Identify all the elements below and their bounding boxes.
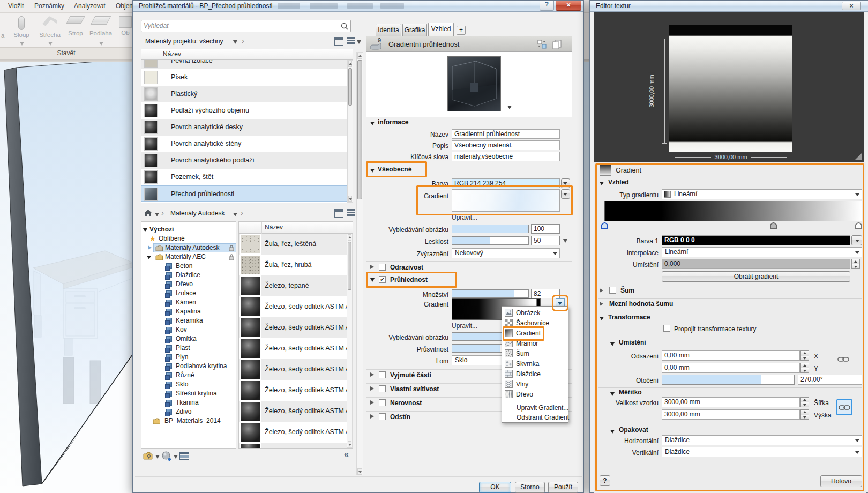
material-row-pisek[interactable]: Písek [141,69,347,86]
preview-options-caret[interactable] [507,106,512,109]
tree-item-dlazdice[interactable]: Dlaždice [141,271,236,280]
gloss-options-caret[interactable] [563,239,567,243]
section-collapse-icon[interactable] [370,122,375,125]
ribbon-button-podlaha[interactable]: Podlaha [88,14,114,46]
general-gradient-preview[interactable] [452,189,560,212]
menu-item-obrazek[interactable]: Obrázek [502,308,568,318]
menu-item-sachovnice[interactable]: Šachovnice [502,318,568,328]
panel-view-icon[interactable] [334,209,343,218]
selfillum-checkbox[interactable] [379,385,386,392]
gradient-editor-strip[interactable] [604,201,862,221]
tree-item-zdivo[interactable]: Zdivo [141,407,236,416]
replace-asset-icon[interactable] [537,40,547,49]
material-row-pozemek[interactable]: Pozemek, štět [141,169,347,185]
project-list-scrollbar[interactable] [347,60,353,203]
color1-options-button[interactable] [851,235,862,245]
section-collapse-icon[interactable] [600,317,604,320]
edit-gradient-link[interactable]: Upravit... [452,322,477,330]
properties-scrollbar[interactable] [356,52,363,475]
section-expand-icon[interactable] [370,265,374,269]
general-color-field[interactable]: RGB 214 239 254 [452,178,560,188]
material-row-povrch-steny[interactable]: Povrch analytické stěny [141,136,347,152]
section-nerovnost[interactable]: Nerovnost [390,399,422,407]
open-panel-icon[interactable] [179,452,189,460]
material-browser-titlebar[interactable]: Prohlížeč materiálů - BP_Přechod průhled… [133,1,583,12]
help-button[interactable]: ? [540,1,554,11]
asset-preview-thumbnail[interactable] [447,56,501,111]
tree-item-sklo[interactable]: Sklo [141,380,236,389]
invert-gradient-button[interactable]: Obrátit gradient [662,271,850,282]
section-mezni-hodnota[interactable]: Mezní hodnota šumu [609,300,673,308]
library-row[interactable]: Železo, šedý odlitek ASTM A48 t [239,296,347,317]
repeat-vertical-combo[interactable]: Dlaždice [662,447,862,457]
manage-library-icon[interactable] [143,452,154,460]
section-expand-icon[interactable] [370,414,374,419]
list-view-icon[interactable] [347,209,355,218]
highlight-combo[interactable]: Nekovový [452,248,560,258]
fade-value[interactable]: 100 [531,224,560,234]
list-header[interactable]: Název [239,222,353,234]
material-row-podlazi[interactable]: Podlaží výchozího objemu [141,102,347,119]
tree-item-ruzne[interactable]: Různé [141,371,236,380]
sample-width-field[interactable]: 3000,00 mm [662,397,800,407]
ribbon-tab-vlozit[interactable]: Vložit [8,2,24,10]
sample-height-field[interactable]: 3000,00 mm [662,409,800,420]
apply-button[interactable]: Použít [548,482,578,493]
list-view-icon[interactable] [347,37,355,46]
tab-add-button[interactable]: + [457,26,466,35]
menu-item-dlazdice[interactable]: Dlaždice [502,369,568,379]
tree-item-kov[interactable]: Kov [141,325,236,334]
ribbon-button-strecha[interactable]: Střecha [36,14,63,46]
library-row[interactable]: Železo, šedý odlitek ASTM A48 t [239,380,347,401]
tree-item-materialy-aec[interactable]: Materiály AEC [141,252,236,262]
section-odstin[interactable]: Odstín [390,413,410,421]
section-sum[interactable]: Šum [620,287,634,294]
noise-checkbox[interactable] [609,287,616,294]
link-scale-button[interactable] [836,399,852,415]
gradient-options-button[interactable] [561,189,570,199]
menu-item-odstranit-gradient[interactable]: Odstranit Gradient [502,413,568,422]
section-vzhled[interactable]: Vzhled [608,178,629,186]
menu-item-gradient[interactable]: Gradient [502,328,568,338]
library-breadcrumb[interactable]: › Materiály Autodesk › [141,206,353,220]
project-materials-filter[interactable]: Materiály projektu: všechny › [141,35,353,48]
section-transformace[interactable]: Transformace [608,313,650,321]
preview-resize-grip[interactable] [855,153,862,160]
gradient-type-combo[interactable]: Lineární [662,189,862,199]
section-collapse-icon[interactable] [370,169,375,173]
section-opakovat[interactable]: Opakovat [619,426,648,434]
ok-button[interactable]: OK [479,482,511,493]
repeat-horizontal-combo[interactable]: Dlaždice [662,435,862,445]
tree-item-materialy-autodesk[interactable]: Materiály Autodesk [141,243,236,252]
section-expand-icon[interactable] [600,288,603,293]
tree-item-tkanina[interactable]: Tkanina [141,398,236,407]
fade-slider[interactable] [452,225,529,233]
tree-item-izolace[interactable]: Izolace [141,289,236,298]
transparency-checkbox[interactable]: ✔ [379,276,386,283]
transparency-amount-value[interactable]: 82 [531,289,560,298]
tree-item-kamen[interactable]: Kámen [141,298,236,307]
info-keywords-field[interactable]: materiály,všeobecné [452,152,560,161]
tree-item-podlahova-krytina[interactable]: Podlahová krytina [141,362,236,371]
tree-item-beton[interactable]: Beton [141,262,236,271]
section-expand-icon[interactable] [370,386,374,391]
library-row[interactable]: Žula, řez, hrubá [239,255,347,275]
cancel-button[interactable]: Storno [515,482,545,493]
library-row[interactable]: Železo, šedý odlitek ASTM A48 t [239,317,347,338]
rotation-value-field[interactable]: 270,00° [798,375,862,385]
list-header[interactable]: Název [141,49,353,60]
ribbon-button-sloup[interactable]: Sloup [10,14,33,46]
section-expand-icon[interactable] [370,372,374,377]
tree-item-drevo[interactable]: Dřevo [141,280,236,289]
link-transforms-checkbox[interactable] [663,325,670,332]
section-collapse-icon[interactable] [600,182,604,185]
menu-item-mramor[interactable]: Mramor [502,338,568,348]
library-row[interactable]: Železo, šedý odlitek ASTM A48 t [239,422,347,443]
editor-help-button[interactable]: ? [600,475,610,486]
bump-checkbox[interactable] [379,399,386,406]
tree-item-stresni-krytina[interactable]: Střešní krytina [141,389,236,398]
material-row-povrch-desky[interactable]: Povrch analytické desky [141,119,347,136]
home-icon[interactable] [144,210,152,217]
color1-field[interactable]: RGB 0 0 0 [662,235,850,245]
library-row[interactable]: Železo, šedý odlitek ASTM A48 t [239,338,347,359]
